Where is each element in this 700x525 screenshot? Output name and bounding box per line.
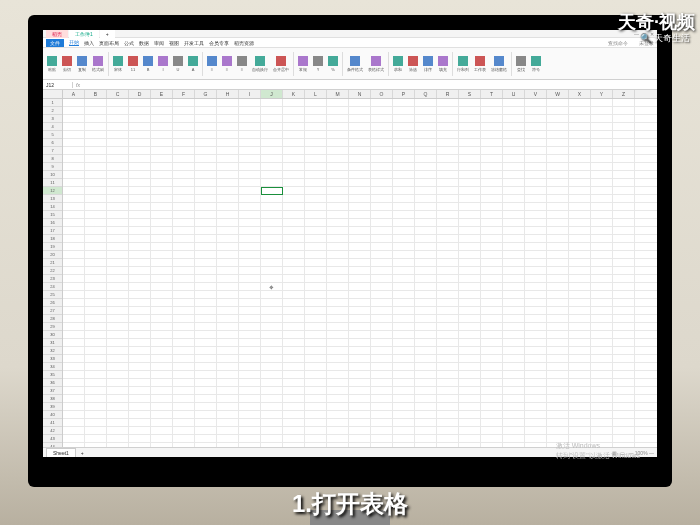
row-header-40[interactable]: 40 bbox=[43, 411, 62, 419]
row-header-29[interactable]: 29 bbox=[43, 323, 62, 331]
col-header-A[interactable]: A bbox=[63, 90, 85, 98]
new-tab-button[interactable]: + bbox=[100, 30, 115, 38]
row-header-24[interactable]: 24 bbox=[43, 283, 62, 291]
ribbon-btn-32[interactable]: 冻结窗格 bbox=[489, 55, 509, 73]
row-header-39[interactable]: 39 bbox=[43, 403, 62, 411]
row-header-7[interactable]: 7 bbox=[43, 147, 62, 155]
row-header-23[interactable]: 23 bbox=[43, 275, 62, 283]
ribbon-btn-30[interactable]: 行和列 bbox=[455, 55, 471, 73]
col-header-H[interactable]: H bbox=[217, 90, 239, 98]
col-header-S[interactable]: S bbox=[459, 90, 481, 98]
row-header-25[interactable]: 25 bbox=[43, 291, 62, 299]
ribbon-btn-15[interactable]: 自动换行 bbox=[250, 55, 270, 73]
col-header-P[interactable]: P bbox=[393, 90, 415, 98]
row-header-10[interactable]: 10 bbox=[43, 171, 62, 179]
menu-member[interactable]: 会员专享 bbox=[209, 40, 229, 46]
menu-layout[interactable]: 页面布局 bbox=[99, 40, 119, 46]
col-header-Z[interactable]: Z bbox=[613, 90, 635, 98]
ribbon-btn-12[interactable]: ≡ bbox=[205, 55, 219, 73]
row-header-35[interactable]: 35 bbox=[43, 371, 62, 379]
ribbon-btn-6[interactable]: 11 bbox=[126, 55, 140, 73]
ribbon-btn-19[interactable]: ¥ bbox=[311, 55, 325, 73]
menu-dev[interactable]: 开发工具 bbox=[184, 40, 204, 46]
row-header-9[interactable]: 9 bbox=[43, 163, 62, 171]
spreadsheet-grid[interactable]: ABCDEFGHIJKLMNOPQRSTUVWXYZ 1234567891011… bbox=[43, 90, 657, 447]
row-header-18[interactable]: 18 bbox=[43, 235, 62, 243]
menu-insert[interactable]: 插入 bbox=[84, 40, 94, 46]
row-header-13[interactable]: 13 bbox=[43, 195, 62, 203]
row-header-28[interactable]: 28 bbox=[43, 315, 62, 323]
col-header-J[interactable]: J bbox=[261, 90, 283, 98]
col-header-F[interactable]: F bbox=[173, 90, 195, 98]
menu-home[interactable]: 开始 bbox=[69, 39, 79, 46]
menu-formula[interactable]: 公式 bbox=[124, 40, 134, 46]
row-header-17[interactable]: 17 bbox=[43, 227, 62, 235]
row-header-15[interactable]: 15 bbox=[43, 211, 62, 219]
col-header-U[interactable]: U bbox=[503, 90, 525, 98]
ribbon-btn-7[interactable]: B bbox=[141, 55, 155, 73]
menu-data[interactable]: 数据 bbox=[139, 40, 149, 46]
doc-tab-1[interactable]: 稻壳 bbox=[46, 30, 68, 38]
sheet-tab[interactable]: Sheet1 bbox=[46, 448, 76, 457]
menu-review[interactable]: 审阅 bbox=[154, 40, 164, 46]
row-header-31[interactable]: 31 bbox=[43, 339, 62, 347]
search-commands[interactable]: 查找命令 bbox=[608, 40, 628, 46]
row-header-14[interactable]: 14 bbox=[43, 203, 62, 211]
menu-resource[interactable]: 稻壳资源 bbox=[234, 40, 254, 46]
col-header-B[interactable]: B bbox=[85, 90, 107, 98]
col-header-L[interactable]: L bbox=[305, 90, 327, 98]
menu-file[interactable]: 文件 bbox=[46, 39, 64, 47]
ribbon-btn-10[interactable]: A bbox=[186, 55, 200, 73]
ribbon-btn-22[interactable]: 条件格式 bbox=[345, 55, 365, 73]
ribbon-btn-35[interactable]: 符号 bbox=[529, 55, 543, 73]
ribbon-btn-20[interactable]: % bbox=[326, 55, 340, 73]
ribbon-btn-23[interactable]: 表格样式 bbox=[366, 55, 386, 73]
row-header-32[interactable]: 32 bbox=[43, 347, 62, 355]
row-header-6[interactable]: 6 bbox=[43, 139, 62, 147]
row-header-41[interactable]: 41 bbox=[43, 419, 62, 427]
row-header-27[interactable]: 27 bbox=[43, 307, 62, 315]
ribbon-btn-13[interactable]: ≡ bbox=[220, 55, 234, 73]
row-header-1[interactable]: 1 bbox=[43, 99, 62, 107]
row-header-21[interactable]: 21 bbox=[43, 259, 62, 267]
row-header-26[interactable]: 26 bbox=[43, 299, 62, 307]
ribbon-btn-16[interactable]: 合并居中 bbox=[271, 55, 291, 73]
ribbon-btn-9[interactable]: U bbox=[171, 55, 185, 73]
row-header-43[interactable]: 43 bbox=[43, 435, 62, 443]
col-header-X[interactable]: X bbox=[569, 90, 591, 98]
row-header-44[interactable]: 44 bbox=[43, 443, 62, 447]
menu-view[interactable]: 视图 bbox=[169, 40, 179, 46]
row-header-42[interactable]: 42 bbox=[43, 427, 62, 435]
row-header-12[interactable]: 12 bbox=[43, 187, 62, 195]
active-cell[interactable] bbox=[261, 187, 283, 195]
row-header-34[interactable]: 34 bbox=[43, 363, 62, 371]
row-header-11[interactable]: 11 bbox=[43, 179, 62, 187]
ribbon-btn-0[interactable]: 粘贴 bbox=[45, 55, 59, 73]
row-header-30[interactable]: 30 bbox=[43, 331, 62, 339]
ribbon-btn-18[interactable]: 常规 bbox=[296, 55, 310, 73]
ribbon-btn-14[interactable]: ≡ bbox=[235, 55, 249, 73]
col-header-R[interactable]: R bbox=[437, 90, 459, 98]
col-header-V[interactable]: V bbox=[525, 90, 547, 98]
name-box[interactable]: J12 bbox=[43, 82, 73, 88]
col-header-Y[interactable]: Y bbox=[591, 90, 613, 98]
row-header-4[interactable]: 4 bbox=[43, 123, 62, 131]
col-header-G[interactable]: G bbox=[195, 90, 217, 98]
row-header-2[interactable]: 2 bbox=[43, 107, 62, 115]
col-header-M[interactable]: M bbox=[327, 90, 349, 98]
fx-icon[interactable]: fx bbox=[73, 82, 83, 88]
ribbon-btn-5[interactable]: 宋体 bbox=[111, 55, 125, 73]
ribbon-btn-2[interactable]: 复制 bbox=[75, 55, 89, 73]
ribbon-btn-31[interactable]: 工作表 bbox=[472, 55, 488, 73]
cells-area[interactable]: ⌖ bbox=[63, 99, 657, 447]
row-header-22[interactable]: 22 bbox=[43, 267, 62, 275]
col-header-T[interactable]: T bbox=[481, 90, 503, 98]
doc-tab-active[interactable]: 工作簿1 bbox=[69, 30, 99, 38]
ribbon-btn-1[interactable]: 剪切 bbox=[60, 55, 74, 73]
select-all-corner[interactable] bbox=[43, 90, 63, 99]
col-header-I[interactable]: I bbox=[239, 90, 261, 98]
add-sheet-button[interactable]: + bbox=[81, 450, 84, 456]
row-header-20[interactable]: 20 bbox=[43, 251, 62, 259]
row-header-33[interactable]: 33 bbox=[43, 355, 62, 363]
row-header-8[interactable]: 8 bbox=[43, 155, 62, 163]
